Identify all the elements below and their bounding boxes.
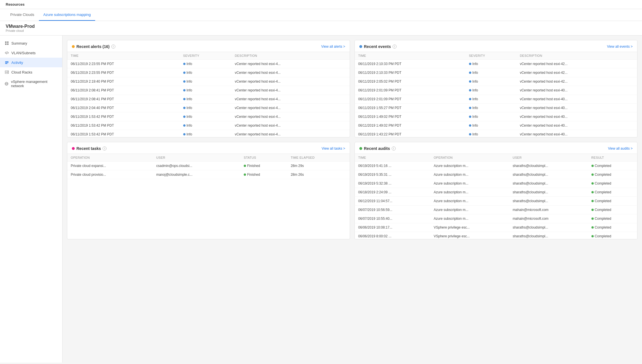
view-all-audits-link[interactable]: View all audits > bbox=[608, 147, 633, 150]
task-elapsed: 28m 29s bbox=[287, 162, 350, 170]
sidebar-item-vsphere[interactable]: vSphere management network bbox=[0, 77, 62, 91]
table-row[interactable]: 06/11/2019 2:10:33 PM PDT Info vCenter r… bbox=[355, 60, 637, 68]
alert-description: vCenter reported host esxi-4... bbox=[232, 130, 350, 137]
event-time: 06/11/2019 1:49:02 PM PDT bbox=[355, 112, 466, 121]
audit-result: Completed bbox=[588, 179, 637, 188]
table-row[interactable]: 06/11/2019 2:04:40 PM PDT Info vCenter r… bbox=[67, 104, 350, 112]
audit-user: sharaths@cloudsimpl... bbox=[509, 223, 588, 232]
alerts-col-time: TIME bbox=[67, 52, 180, 60]
sidebar-item-vlan[interactable]: VLAN/Subnets bbox=[0, 48, 62, 58]
table-row[interactable]: 06/11/2019 2:08:41 PM PDT Info vCenter r… bbox=[67, 95, 350, 104]
sidebar-item-activity[interactable]: Activity bbox=[0, 58, 62, 67]
table-row[interactable]: 06/19/2019 5:41:16 ... Azure subscriptio… bbox=[355, 162, 637, 170]
alert-severity: Info bbox=[180, 68, 232, 77]
table-row[interactable]: 06/19/2019 5:35:31 ... Azure subscriptio… bbox=[355, 170, 637, 179]
tasks-col-user: USER bbox=[153, 154, 240, 162]
alert-time: 06/11/2019 2:23:55 PM PDT bbox=[67, 68, 180, 77]
event-severity: Info bbox=[466, 86, 516, 95]
tasks-info-icon[interactable]: i bbox=[103, 147, 107, 150]
alert-severity: Info bbox=[180, 112, 232, 121]
event-time: 06/11/2019 1:43:22 PM PDT bbox=[355, 130, 466, 137]
event-description: vCenter reported host esxi-40... bbox=[516, 112, 637, 121]
tasks-title: Recent tasks bbox=[76, 146, 101, 151]
table-row[interactable]: 06/11/2019 2:08:41 PM PDT Info vCenter r… bbox=[67, 86, 350, 95]
audits-info-icon[interactable]: i bbox=[392, 147, 396, 150]
table-row[interactable]: 06/11/2019 1:53:42 PM PDT Info vCenter r… bbox=[67, 121, 350, 130]
task-operation: Private cloud expansi... bbox=[67, 162, 153, 170]
events-table: TIME SEVERITY DESCRIPTION 06/11/2019 2:1… bbox=[355, 52, 637, 137]
table-row[interactable]: 06/07/2019 10:56:59... Azure subscriptio… bbox=[355, 206, 637, 214]
event-severity: Info bbox=[466, 68, 516, 77]
tasks-panel-header: Recent tasks i View all tasks > bbox=[67, 142, 350, 154]
events-col-time: TIME bbox=[355, 52, 466, 60]
audit-result: Completed bbox=[588, 206, 637, 214]
svg-point-11 bbox=[8, 73, 8, 73]
audit-user: sharaths@cloudsimpl... bbox=[509, 179, 588, 188]
recent-events-panel: Recent events i View all events > TIME S… bbox=[355, 40, 637, 137]
table-row[interactable]: 06/19/2019 5:32:38 ... Azure subscriptio… bbox=[355, 179, 637, 188]
audit-result: Completed bbox=[588, 162, 637, 170]
table-row[interactable]: 06/11/2019 2:01:09 PM PDT Info vCenter r… bbox=[355, 86, 637, 95]
alert-time: 06/11/2019 2:19:40 PM PDT bbox=[67, 77, 180, 86]
event-severity: Info bbox=[466, 95, 516, 104]
audits-title: Recent audits bbox=[364, 146, 390, 151]
table-row[interactable]: 06/11/2019 2:19:40 PM PDT Info vCenter r… bbox=[67, 77, 350, 86]
event-severity: Info bbox=[466, 121, 516, 130]
audit-time: 06/19/2019 5:35:31 ... bbox=[355, 170, 430, 179]
audit-time: 06/06/2019 8:00:02 ... bbox=[355, 232, 430, 239]
alerts-col-description: DESCRIPTION bbox=[232, 52, 350, 60]
audits-table-wrapper: TIME OPERATION USER RESULT 06/19/2019 5:… bbox=[355, 154, 637, 239]
audits-col-time: TIME bbox=[355, 154, 430, 162]
audit-operation: VSphere privilege esc... bbox=[430, 232, 509, 239]
audit-user: sharaths@cloudsimpl... bbox=[509, 162, 588, 170]
table-row[interactable]: 06/11/2019 2:01:09 PM PDT Info vCenter r… bbox=[355, 95, 637, 104]
task-user: csadmin@ops.cloudsi... bbox=[153, 162, 240, 170]
audit-operation: Azure subscription m... bbox=[430, 197, 509, 206]
alert-description: vCenter reported host esxi-4... bbox=[232, 86, 350, 95]
alert-time: 06/11/2019 1:53:42 PM PDT bbox=[67, 130, 180, 137]
audits-col-result: RESULT bbox=[588, 154, 637, 162]
table-row[interactable]: 06/11/2019 1:53:42 PM PDT Info vCenter r… bbox=[67, 130, 350, 137]
table-row[interactable]: Private cloud expansi... csadmin@ops.clo… bbox=[67, 162, 350, 170]
view-all-alerts-link[interactable]: View all alerts > bbox=[321, 45, 345, 49]
alert-severity: Info bbox=[180, 104, 232, 112]
event-time: 06/11/2019 1:49:02 PM PDT bbox=[355, 121, 466, 130]
table-row[interactable]: 06/11/2019 1:49:02 PM PDT Info vCenter r… bbox=[355, 121, 637, 130]
view-all-tasks-link[interactable]: View all tasks > bbox=[322, 147, 345, 150]
alert-severity: Info bbox=[180, 86, 232, 95]
table-row[interactable]: 06/11/2019 1:53:42 PM PDT Info vCenter r… bbox=[67, 112, 350, 121]
events-title: Recent events bbox=[364, 44, 391, 49]
table-row[interactable]: 06/11/2019 2:23:55 PM PDT Info vCenter r… bbox=[67, 68, 350, 77]
audit-time: 06/07/2019 10:55:40... bbox=[355, 214, 430, 223]
tab-azure-subscriptions[interactable]: Azure subscriptions mapping bbox=[39, 9, 95, 21]
table-row[interactable]: Private cloud provisio... manoj@cloudsim… bbox=[67, 170, 350, 179]
sidebar-item-summary[interactable]: Summary bbox=[0, 38, 62, 48]
event-description: vCenter reported host esxi-40... bbox=[516, 104, 637, 112]
table-row[interactable]: 06/12/2019 11:04:57... Azure subscriptio… bbox=[355, 197, 637, 206]
table-row[interactable]: 06/11/2019 2:05:02 PM PDT Info vCenter r… bbox=[355, 77, 637, 86]
sidebar-item-cloud-racks[interactable]: Cloud Racks bbox=[0, 67, 62, 77]
table-row[interactable]: 06/06/2019 8:00:02 ... VSphere privilege… bbox=[355, 232, 637, 239]
table-row[interactable]: 06/11/2019 1:55:27 PM PDT Info vCenter r… bbox=[355, 104, 637, 112]
table-row[interactable]: 06/11/2019 1:43:22 PM PDT Info vCenter r… bbox=[355, 130, 637, 137]
alerts-info-icon[interactable]: i bbox=[111, 45, 115, 49]
event-time: 06/11/2019 2:05:02 PM PDT bbox=[355, 77, 466, 86]
alert-description: vCenter reported host esxi-4... bbox=[232, 68, 350, 77]
tab-private-clouds[interactable]: Private Clouds bbox=[6, 9, 39, 21]
svg-rect-1 bbox=[7, 41, 9, 43]
events-info-icon[interactable]: i bbox=[393, 45, 397, 49]
tabs-bar: Private Clouds Azure subscriptions mappi… bbox=[0, 9, 642, 21]
audits-col-operation: OPERATION bbox=[430, 154, 509, 162]
activity-icon bbox=[5, 60, 9, 65]
alert-severity: Info bbox=[180, 60, 232, 68]
view-all-events-link[interactable]: View all events > bbox=[607, 45, 633, 49]
table-row[interactable]: 06/11/2019 2:23:55 PM PDT Info vCenter r… bbox=[67, 60, 350, 68]
table-row[interactable]: 06/11/2019 2:10:33 PM PDT Info vCenter r… bbox=[355, 68, 637, 77]
alert-description: vCenter reported host esxi-4... bbox=[232, 95, 350, 104]
recent-alerts-panel: Recent alerts (16) i View all alerts > T… bbox=[67, 40, 350, 137]
table-row[interactable]: 06/06/2019 10:08:17... VSphere privilege… bbox=[355, 223, 637, 232]
table-row[interactable]: 06/11/2019 1:49:02 PM PDT Info vCenter r… bbox=[355, 112, 637, 121]
table-row[interactable]: 06/18/2019 2:24:09 ... Azure subscriptio… bbox=[355, 188, 637, 197]
grid-icon bbox=[5, 41, 9, 45]
table-row[interactable]: 06/07/2019 10:55:40... Azure subscriptio… bbox=[355, 214, 637, 223]
